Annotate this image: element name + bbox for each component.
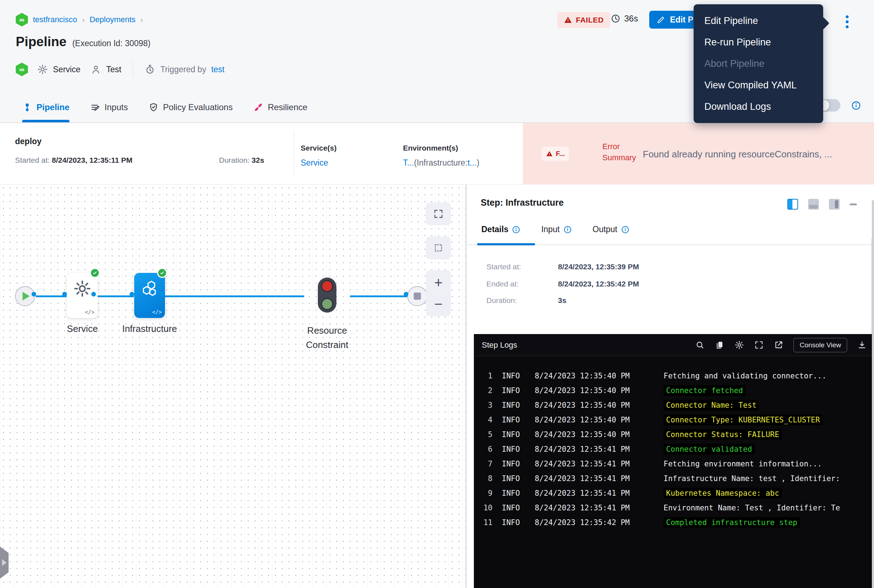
execution-id: (Execution Id: 30098) <box>72 39 151 48</box>
kebab-menu-icon[interactable] <box>842 13 853 31</box>
breadcrumb-project-link[interactable]: testfrancisco <box>33 15 77 24</box>
tab-output[interactable]: Output <box>593 225 630 234</box>
page-title: Pipeline <box>16 34 66 50</box>
connector-line <box>164 296 304 297</box>
stage-started-at: Started at: 8/24/2023, 12:35:11 PM <box>15 156 132 165</box>
layout-bottom-panel-icon[interactable] <box>808 199 819 210</box>
tab-resilience[interactable]: Resilience <box>253 92 307 122</box>
pipeline-context-menu: Edit Pipeline Re-run Pipeline Abort Pipe… <box>693 4 823 123</box>
infrastructure-link[interactable]: t... <box>468 158 477 167</box>
breadcrumb-deployments-link[interactable]: Deployments <box>89 15 135 24</box>
node-port <box>129 292 134 297</box>
node-port <box>62 292 67 297</box>
zoom-out-button[interactable]: − <box>434 297 442 311</box>
service-link[interactable]: Service <box>301 158 328 167</box>
gear-icon[interactable] <box>734 340 744 350</box>
log-line: 11INFO8/24/2023 12:35:42 PMCompleted inf… <box>474 515 874 530</box>
tab-inputs[interactable]: Inputs <box>90 92 128 122</box>
layout-minimized-panel-icon[interactable] <box>829 199 839 210</box>
pipeline-meta-row: ∞ Service Test Triggered by test <box>16 62 224 77</box>
menu-item-view-compiled-yaml[interactable]: View Compiled YAML <box>693 74 823 96</box>
menu-item-abort-pipeline[interactable]: Abort Pipeline <box>693 53 823 74</box>
step-panel-tabs: Details Input Output <box>481 225 630 234</box>
zoom-in-button[interactable]: + <box>434 275 442 290</box>
log-lines[interactable]: 1INFO8/24/2023 12:35:40 PMFetching and v… <box>474 356 874 588</box>
fullscreen-icon[interactable] <box>754 340 764 350</box>
active-tab-underline <box>477 243 535 245</box>
green-light-icon <box>321 298 333 310</box>
gear-icon <box>73 279 92 298</box>
step-logs-title: Step Logs <box>482 340 517 350</box>
stop-icon <box>414 292 421 300</box>
start-node[interactable] <box>15 286 35 306</box>
tab-pipeline[interactable]: Pipeline <box>22 92 69 122</box>
menu-item-edit-pipeline[interactable]: Edit Pipeline <box>693 10 823 32</box>
menu-item-download-logs[interactable]: Download Logs <box>693 96 823 117</box>
tabbar-right-controls <box>817 99 861 112</box>
node-label-resource-constraint: Resource Constraint <box>296 323 358 352</box>
node-port <box>91 292 96 297</box>
info-icon[interactable] <box>851 100 861 111</box>
log-line: 9INFO8/24/2023 12:35:41 PMKubernetes Nam… <box>474 486 874 500</box>
environments-column: Environment(s) T...(Infrastructure:t...) <box>403 144 479 168</box>
node-label-service: Service <box>52 323 113 334</box>
stopwatch-icon <box>144 64 155 75</box>
play-icon <box>23 292 30 300</box>
user-icon <box>90 64 101 75</box>
environment-link[interactable]: T... <box>403 158 414 167</box>
triggered-by-label: Triggered by <box>160 65 206 74</box>
warning-triangle-icon <box>546 150 553 158</box>
harness-cd-icon: ∞ <box>16 13 28 27</box>
resource-constraint-node[interactable] <box>318 278 337 313</box>
step-logs-console: Step Logs Console View 1INFO8/24/2023 12… <box>474 334 874 588</box>
tab-input[interactable]: Input <box>541 225 572 234</box>
layout-right-panel-icon[interactable] <box>787 199 798 210</box>
pipeline-icon <box>22 102 32 112</box>
vertical-scrollbar[interactable] <box>872 200 874 588</box>
node-port <box>32 292 36 297</box>
stage-summary-bar[interactable]: deploy Started at: 8/24/2023, 12:35:11 P… <box>0 123 874 184</box>
code-icon <box>152 309 162 315</box>
harness-cd-icon: ∞ <box>16 63 28 76</box>
success-check-icon <box>90 268 100 278</box>
status-badge: FAILED <box>557 12 610 28</box>
expand-panel-handle[interactable] <box>0 546 9 579</box>
canvas-select-button[interactable] <box>426 236 451 259</box>
tab-policy-evaluations[interactable]: Policy Evaluations <box>149 92 233 122</box>
chevron-right-icon: › <box>141 16 143 24</box>
minimize-panel-icon[interactable] <box>850 204 857 205</box>
external-link-icon[interactable] <box>774 340 784 350</box>
red-light-icon <box>321 280 333 292</box>
canvas-fullscreen-button[interactable] <box>426 202 451 225</box>
tab-details[interactable]: Details <box>481 225 520 234</box>
pipeline-graph-canvas[interactable]: Service Infrastructure Resource Constrai… <box>0 184 466 588</box>
triggered-by-user-link[interactable]: test <box>211 65 224 74</box>
step-panel-title: Step: Infrastructure <box>481 197 564 208</box>
end-node[interactable] <box>407 286 427 306</box>
log-line: 8INFO8/24/2023 12:35:41 PMInfrastructure… <box>474 471 874 486</box>
log-line: 3INFO8/24/2023 12:35:40 PMConnector Name… <box>474 398 874 412</box>
inputs-icon <box>90 102 100 112</box>
connector-line <box>36 296 66 297</box>
console-view-button[interactable]: Console View <box>793 338 847 352</box>
info-icon <box>563 225 572 234</box>
download-icon[interactable] <box>857 340 867 350</box>
copy-icon[interactable] <box>715 340 724 350</box>
search-icon[interactable] <box>695 340 705 350</box>
hexagons-icon <box>140 279 159 298</box>
pipeline-execution-page: ∞ testfrancisco › Deployments › Pipeline… <box>0 0 874 588</box>
pencil-icon <box>656 15 666 24</box>
step-details-panel: Step: Infrastructure Details Input Outpu… <box>466 184 874 588</box>
divider <box>294 131 294 177</box>
info-icon <box>512 225 520 234</box>
elapsed-time: 36s <box>611 14 638 24</box>
menu-item-rerun-pipeline[interactable]: Re-run Pipeline <box>693 32 823 53</box>
log-line: 10INFO8/24/2023 12:35:41 PMEnvironment N… <box>474 500 874 515</box>
connector-line <box>350 296 408 297</box>
error-summary-message[interactable]: Found already running resourceConstrains… <box>643 149 865 160</box>
console-toolbar: Console View <box>695 338 867 352</box>
title-row: Pipeline (Execution Id: 30098) <box>16 34 151 50</box>
node-port <box>159 292 164 297</box>
error-summary-strip: F... Error Summary Found already running… <box>523 123 874 184</box>
log-line: 7INFO8/24/2023 12:35:41 PMFetching envir… <box>474 456 874 471</box>
